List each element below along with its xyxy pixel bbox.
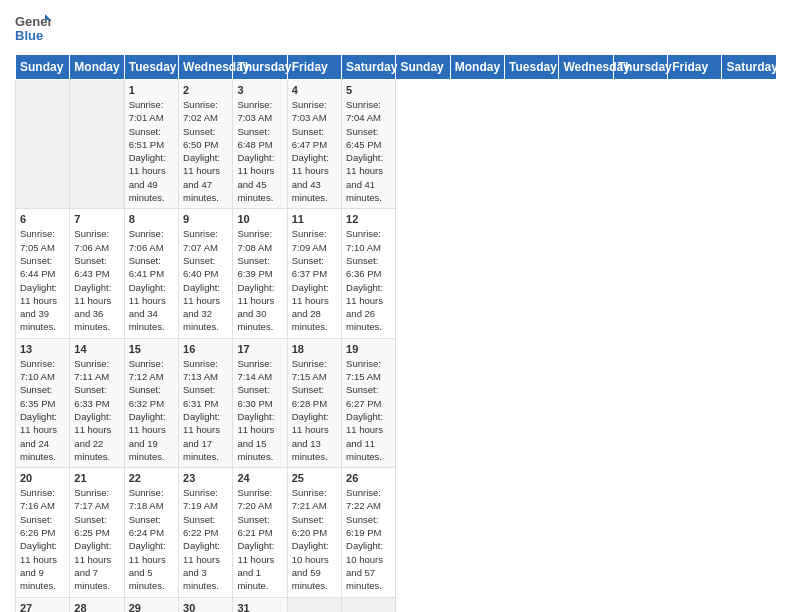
cell-info: Sunrise: 7:16 AM	[20, 486, 65, 513]
day-number: 22	[129, 472, 174, 484]
day-number: 8	[129, 213, 174, 225]
day-number: 15	[129, 343, 174, 355]
cell-info: Daylight: 11 hours and 32 minutes.	[183, 281, 228, 334]
day-header-friday: Friday	[668, 55, 722, 80]
cell-info: Sunset: 6:32 PM	[129, 383, 174, 410]
cell-info: Sunset: 6:24 PM	[129, 513, 174, 540]
calendar-cell: 7Sunrise: 7:06 AMSunset: 6:43 PMDaylight…	[70, 209, 124, 338]
day-header-monday: Monday	[70, 55, 124, 80]
calendar-cell: 10Sunrise: 7:08 AMSunset: 6:39 PMDayligh…	[233, 209, 287, 338]
cell-info: Sunrise: 7:08 AM	[237, 227, 282, 254]
cell-info: Daylight: 11 hours and 36 minutes.	[74, 281, 119, 334]
day-number: 7	[74, 213, 119, 225]
cell-info: Sunset: 6:19 PM	[346, 513, 391, 540]
cell-info: Daylight: 11 hours and 47 minutes.	[183, 151, 228, 204]
cell-info: Sunrise: 7:01 AM	[129, 98, 174, 125]
day-number: 1	[129, 84, 174, 96]
day-header-tuesday: Tuesday	[124, 55, 178, 80]
calendar-cell: 20Sunrise: 7:16 AMSunset: 6:26 PMDayligh…	[16, 468, 70, 597]
calendar-cell: 17Sunrise: 7:14 AMSunset: 6:30 PMDayligh…	[233, 338, 287, 467]
cell-info: Sunset: 6:50 PM	[183, 125, 228, 152]
day-header-thursday: Thursday	[233, 55, 287, 80]
cell-info: Daylight: 11 hours and 22 minutes.	[74, 410, 119, 463]
week-row-3: 13Sunrise: 7:10 AMSunset: 6:35 PMDayligh…	[16, 338, 777, 467]
calendar-cell: 21Sunrise: 7:17 AMSunset: 6:25 PMDayligh…	[70, 468, 124, 597]
calendar-cell: 8Sunrise: 7:06 AMSunset: 6:41 PMDaylight…	[124, 209, 178, 338]
cell-info: Daylight: 11 hours and 9 minutes.	[20, 539, 65, 592]
day-number: 21	[74, 472, 119, 484]
cell-info: Daylight: 11 hours and 19 minutes.	[129, 410, 174, 463]
cell-info: Sunset: 6:45 PM	[346, 125, 391, 152]
cell-info: Daylight: 11 hours and 34 minutes.	[129, 281, 174, 334]
cell-info: Sunset: 6:28 PM	[292, 383, 337, 410]
day-number: 23	[183, 472, 228, 484]
page-header: General Blue	[15, 10, 777, 46]
calendar-cell: 28Sunrise: 7:23 AMSunset: 6:17 PMDayligh…	[70, 597, 124, 612]
day-header-sunday: Sunday	[16, 55, 70, 80]
logo: General Blue	[15, 10, 55, 46]
cell-info: Daylight: 11 hours and 7 minutes.	[74, 539, 119, 592]
day-number: 17	[237, 343, 282, 355]
day-header-sunday: Sunday	[396, 55, 450, 80]
day-header-wednesday: Wednesday	[179, 55, 233, 80]
svg-text:Blue: Blue	[15, 28, 43, 43]
day-number: 20	[20, 472, 65, 484]
calendar-cell: 31Sunrise: 7:26 AMSunset: 6:14 PMDayligh…	[233, 597, 287, 612]
day-header-friday: Friday	[287, 55, 341, 80]
day-number: 28	[74, 602, 119, 613]
cell-info: Daylight: 11 hours and 49 minutes.	[129, 151, 174, 204]
day-number: 31	[237, 602, 282, 613]
cell-info: Sunset: 6:33 PM	[74, 383, 119, 410]
cell-info: Sunset: 6:25 PM	[74, 513, 119, 540]
calendar-cell: 18Sunrise: 7:15 AMSunset: 6:28 PMDayligh…	[287, 338, 341, 467]
cell-info: Daylight: 11 hours and 28 minutes.	[292, 281, 337, 334]
day-header-monday: Monday	[450, 55, 504, 80]
day-number: 30	[183, 602, 228, 613]
cell-info: Sunrise: 7:07 AM	[183, 227, 228, 254]
calendar-cell: 15Sunrise: 7:12 AMSunset: 6:32 PMDayligh…	[124, 338, 178, 467]
day-number: 25	[292, 472, 337, 484]
cell-info: Sunset: 6:27 PM	[346, 383, 391, 410]
cell-info: Sunset: 6:31 PM	[183, 383, 228, 410]
day-header-tuesday: Tuesday	[505, 55, 559, 80]
cell-info: Daylight: 11 hours and 5 minutes.	[129, 539, 174, 592]
cell-info: Sunset: 6:44 PM	[20, 254, 65, 281]
calendar-cell: 19Sunrise: 7:15 AMSunset: 6:27 PMDayligh…	[342, 338, 396, 467]
calendar-cell: 27Sunrise: 7:22 AMSunset: 6:18 PMDayligh…	[16, 597, 70, 612]
calendar-cell	[287, 597, 341, 612]
cell-info: Sunset: 6:30 PM	[237, 383, 282, 410]
cell-info: Daylight: 11 hours and 15 minutes.	[237, 410, 282, 463]
calendar-cell: 3Sunrise: 7:03 AMSunset: 6:48 PMDaylight…	[233, 80, 287, 209]
calendar-cell: 25Sunrise: 7:21 AMSunset: 6:20 PMDayligh…	[287, 468, 341, 597]
calendar-cell: 14Sunrise: 7:11 AMSunset: 6:33 PMDayligh…	[70, 338, 124, 467]
cell-info: Sunrise: 7:12 AM	[129, 357, 174, 384]
cell-info: Sunrise: 7:09 AM	[292, 227, 337, 254]
cell-info: Sunrise: 7:06 AM	[74, 227, 119, 254]
day-number: 6	[20, 213, 65, 225]
day-header-saturday: Saturday	[722, 55, 777, 80]
calendar-cell	[16, 80, 70, 209]
day-number: 3	[237, 84, 282, 96]
cell-info: Sunset: 6:48 PM	[237, 125, 282, 152]
cell-info: Sunset: 6:37 PM	[292, 254, 337, 281]
cell-info: Sunset: 6:43 PM	[74, 254, 119, 281]
calendar-cell: 30Sunrise: 7:25 AMSunset: 6:15 PMDayligh…	[179, 597, 233, 612]
cell-info: Daylight: 11 hours and 11 minutes.	[346, 410, 391, 463]
calendar-cell: 1Sunrise: 7:01 AMSunset: 6:51 PMDaylight…	[124, 80, 178, 209]
day-number: 9	[183, 213, 228, 225]
day-number: 12	[346, 213, 391, 225]
cell-info: Sunrise: 7:15 AM	[346, 357, 391, 384]
week-row-2: 6Sunrise: 7:05 AMSunset: 6:44 PMDaylight…	[16, 209, 777, 338]
cell-info: Sunset: 6:20 PM	[292, 513, 337, 540]
cell-info: Daylight: 11 hours and 41 minutes.	[346, 151, 391, 204]
cell-info: Sunrise: 7:11 AM	[74, 357, 119, 384]
cell-info: Sunrise: 7:10 AM	[346, 227, 391, 254]
cell-info: Daylight: 11 hours and 39 minutes.	[20, 281, 65, 334]
day-header-saturday: Saturday	[342, 55, 396, 80]
day-number: 2	[183, 84, 228, 96]
day-number: 5	[346, 84, 391, 96]
calendar-cell: 22Sunrise: 7:18 AMSunset: 6:24 PMDayligh…	[124, 468, 178, 597]
calendar-cell: 5Sunrise: 7:04 AMSunset: 6:45 PMDaylight…	[342, 80, 396, 209]
cell-info: Sunrise: 7:18 AM	[129, 486, 174, 513]
day-number: 29	[129, 602, 174, 613]
